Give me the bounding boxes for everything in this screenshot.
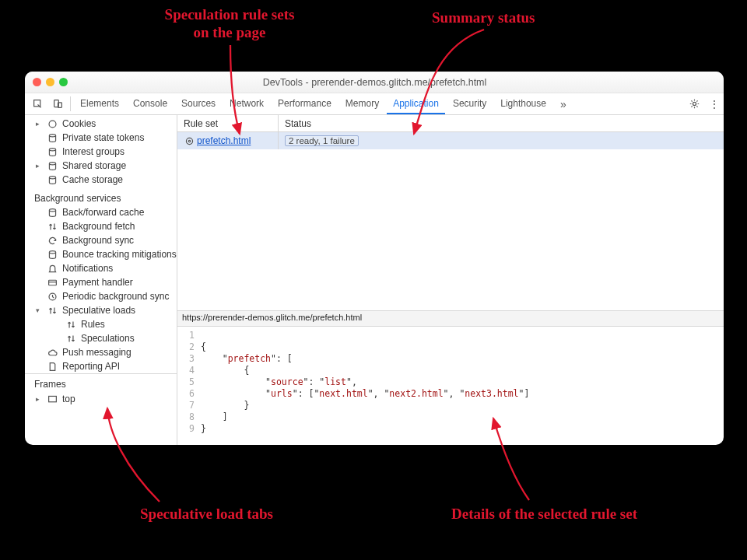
svg-point-14 xyxy=(186,138,192,144)
svg-rect-11 xyxy=(48,280,56,285)
sidebar-item-ig[interactable]: Interest groups xyxy=(25,145,177,159)
sidebar-item-label: Push messaging xyxy=(62,347,132,358)
updown-icon xyxy=(65,319,76,330)
sidebar-item-label: Speculations xyxy=(81,333,135,344)
sidebar-item-label: Interest groups xyxy=(62,146,124,157)
device-icon[interactable] xyxy=(48,93,67,114)
annotation-rule-sets: Speculation rule setson the page xyxy=(128,6,331,42)
sidebar-item-bs[interactable]: Background sync xyxy=(25,233,177,247)
col-header-status[interactable]: Status xyxy=(279,115,724,131)
updown-icon xyxy=(65,333,76,344)
ruleset-link[interactable]: prefetch.html xyxy=(197,135,251,146)
sidebar-item-label: Shared storage xyxy=(62,160,126,171)
updown-icon xyxy=(47,221,58,232)
cloud-icon xyxy=(47,347,58,358)
code-viewer[interactable]: 123456789 { "prefetch": [ { "source": "l… xyxy=(177,327,724,445)
annotation-details: Details of the selected rule set xyxy=(451,506,637,523)
tab-elements[interactable]: Elements xyxy=(74,93,125,114)
sidebar-item-label: Notifications xyxy=(62,263,113,274)
card-icon xyxy=(47,277,58,288)
svg-point-5 xyxy=(49,134,55,136)
main-panel: Rule set Status prefetch.html 2 ready, 1… xyxy=(177,115,724,445)
sidebar-item-push[interactable]: Push messaging xyxy=(25,345,177,359)
tab-network[interactable]: Network xyxy=(223,93,270,114)
sidebar-item-label: Reporting API xyxy=(62,361,120,372)
tab-bar: Elements Console Sources Network Perform… xyxy=(25,93,724,115)
svg-point-4 xyxy=(49,121,56,128)
sidebar-item-label: Background sync xyxy=(62,235,134,246)
tab-sources[interactable]: Sources xyxy=(175,93,222,114)
sidebar-item-frame-top[interactable]: top xyxy=(25,392,177,406)
sidebar-item-notifications[interactable]: Notifications xyxy=(25,261,177,275)
titlebar: DevTools - prerender-demos.glitch.me/pre… xyxy=(25,72,724,93)
sidebar-section-frames: Frames xyxy=(25,374,177,392)
sidebar-item-label: Private state tokens xyxy=(62,132,144,143)
clock-icon xyxy=(47,291,58,302)
sidebar-item-btm[interactable]: Bounce tracking mitigations xyxy=(25,247,177,261)
annotation-summary-status: Summary status xyxy=(432,9,535,27)
tab-console[interactable]: Console xyxy=(127,93,174,114)
svg-point-9 xyxy=(49,208,55,211)
sidebar-item-speculations[interactable]: Speculations xyxy=(25,331,177,345)
svg-point-10 xyxy=(49,250,55,253)
svg-point-6 xyxy=(49,148,55,150)
sidebar-item-label: Rules xyxy=(81,319,105,330)
sidebar-item-cache-storage[interactable]: Cache storage xyxy=(25,173,177,187)
sidebar-item-rules[interactable]: Rules xyxy=(25,317,177,331)
sidebar-item-shared-storage[interactable]: Shared storage xyxy=(25,159,177,173)
code-content: { "prefetch": [ { "source": "list", "url… xyxy=(201,330,724,445)
svg-rect-13 xyxy=(48,396,56,401)
svg-point-8 xyxy=(49,176,55,178)
updown-icon xyxy=(47,305,58,316)
db-icon xyxy=(47,249,58,260)
db-icon xyxy=(47,174,58,185)
tab-security[interactable]: Security xyxy=(447,93,493,114)
bell-icon xyxy=(47,263,58,274)
tab-performance[interactable]: Performance xyxy=(272,93,338,114)
sync-icon xyxy=(47,235,58,246)
devtools-window: DevTools - prerender-demos.glitch.me/pre… xyxy=(25,72,724,445)
sidebar-item-bfc[interactable]: Back/forward cache xyxy=(25,205,177,219)
sidebar-item-cookies[interactable]: Cookies xyxy=(25,117,177,131)
sidebar-item-label: top xyxy=(62,394,75,404)
tab-memory[interactable]: Memory xyxy=(339,93,385,114)
sidebar-item-label: Back/forward cache xyxy=(62,207,144,218)
sidebar-item-speculative-loads[interactable]: Speculative loads xyxy=(25,303,177,317)
ruleset-table: Rule set Status prefetch.html 2 ready, 1… xyxy=(177,115,724,311)
db-icon xyxy=(47,207,58,218)
sidebar-item-pst[interactable]: Private state tokens xyxy=(25,131,177,145)
gear-icon[interactable] xyxy=(685,93,703,114)
sidebar-item-label: Speculative loads xyxy=(62,305,135,316)
status-badge[interactable]: 2 ready, 1 failure xyxy=(285,135,359,146)
svg-point-3 xyxy=(693,102,696,105)
sidebar-item-pbs[interactable]: Periodic background sync xyxy=(25,289,177,303)
cookie-icon xyxy=(47,118,58,129)
more-tabs-icon[interactable]: » xyxy=(554,93,573,114)
db-icon xyxy=(47,160,58,171)
svg-point-7 xyxy=(49,162,55,164)
kebab-icon[interactable]: ⋮ xyxy=(705,93,724,114)
sidebar-item-payment[interactable]: Payment handler xyxy=(25,275,177,289)
line-gutter: 123456789 xyxy=(177,330,201,445)
sidebar-item-label: Bounce tracking mitigations xyxy=(62,249,177,260)
sidebar-item-bf[interactable]: Background fetch xyxy=(25,219,177,233)
doc-icon xyxy=(47,361,58,372)
inspect-icon[interactable] xyxy=(28,93,47,114)
tab-lighthouse[interactable]: Lighthouse xyxy=(494,93,552,114)
window-title: DevTools - prerender-demos.glitch.me/pre… xyxy=(33,77,716,88)
db-icon xyxy=(47,146,58,157)
application-sidebar: Cookies Private state tokens Interest gr… xyxy=(25,115,177,445)
table-row[interactable]: prefetch.html 2 ready, 1 failure xyxy=(177,132,724,149)
sidebar-item-label: Periodic background sync xyxy=(62,291,169,302)
sidebar-section-bg: Background services xyxy=(25,187,177,205)
svg-point-15 xyxy=(188,140,190,142)
sidebar-item-reporting[interactable]: Reporting API xyxy=(25,359,177,373)
frame-icon xyxy=(47,394,58,404)
db-icon xyxy=(47,132,58,143)
sidebar-item-label: Cookies xyxy=(62,118,96,129)
tab-application[interactable]: Application xyxy=(387,93,445,114)
col-header-ruleset[interactable]: Rule set xyxy=(177,115,279,131)
sidebar-item-label: Cache storage xyxy=(62,174,123,185)
ruleset-url: https://prerender-demos.glitch.me/prefet… xyxy=(177,311,724,327)
target-icon xyxy=(184,135,195,146)
